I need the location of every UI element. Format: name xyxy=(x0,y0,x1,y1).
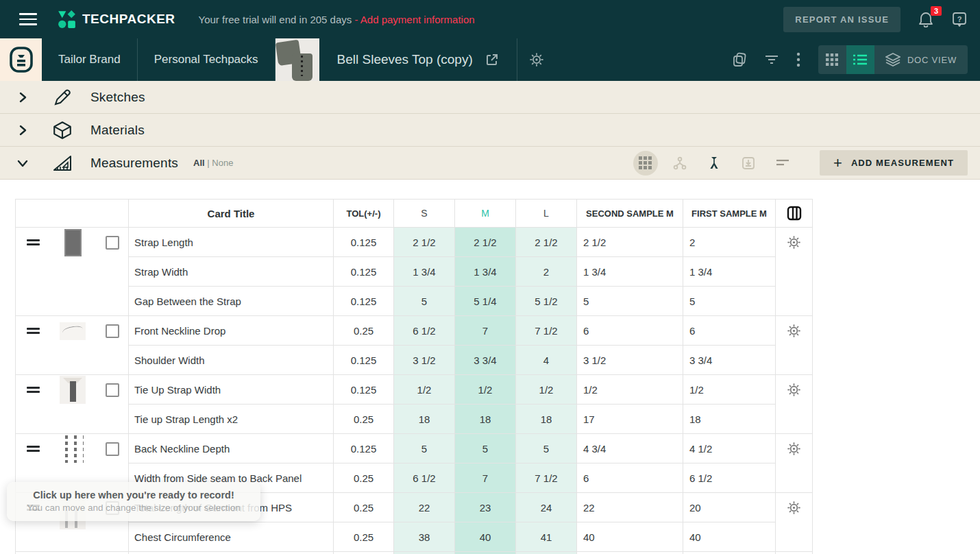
first-sample-cell[interactable]: 18 xyxy=(683,405,776,434)
row-checkbox[interactable] xyxy=(106,383,119,397)
second-sample-cell[interactable]: 17 xyxy=(577,405,683,434)
row-checkbox[interactable] xyxy=(106,236,119,250)
card-settings-cell[interactable] xyxy=(776,552,813,554)
card-settings-cell[interactable] xyxy=(776,316,813,375)
size-s-cell[interactable]: 3 1/2 xyxy=(394,346,455,375)
measurement-title-cell[interactable]: Chest Circumference xyxy=(129,522,334,552)
tolerance-cell[interactable]: 0.25 xyxy=(334,405,394,434)
section-sketches[interactable]: Sketches xyxy=(0,81,980,114)
size-s-cell[interactable] xyxy=(394,552,455,554)
size-s-cell[interactable]: 1 3/4 xyxy=(394,257,455,287)
size-m-cell[interactable]: 7 xyxy=(455,463,516,493)
chevron-down-icon[interactable] xyxy=(12,159,33,167)
measurement-title-cell[interactable]: Strap Width xyxy=(129,257,334,287)
header-size-m[interactable]: M xyxy=(455,200,516,228)
table-view-tool-button[interactable] xyxy=(633,151,658,176)
tolerance-cell[interactable]: 0.25 xyxy=(334,316,394,346)
header-size-s[interactable]: S xyxy=(394,200,455,228)
drag-handle[interactable] xyxy=(27,446,40,452)
tolerance-cell[interactable]: 0.125 xyxy=(334,287,394,316)
size-l-cell[interactable]: 2 1/2 xyxy=(516,228,577,257)
size-l-cell[interactable]: 2 xyxy=(516,257,577,287)
first-sample-cell[interactable]: 1/2 xyxy=(683,375,776,405)
measurement-title-cell[interactable]: Strap Length xyxy=(129,228,334,257)
size-m-cell[interactable]: 5 xyxy=(455,434,516,463)
first-sample-cell[interactable]: 3 3/4 xyxy=(683,346,776,375)
doc-view-button[interactable]: DOC VIEW xyxy=(874,45,968,74)
size-m-cell[interactable]: 1 3/4 xyxy=(455,257,516,287)
header-size-l[interactable]: L xyxy=(516,200,577,228)
sort-tool-button[interactable] xyxy=(770,151,795,176)
second-sample-cell[interactable] xyxy=(577,552,683,554)
import-tool-button[interactable] xyxy=(736,151,761,176)
drag-handle[interactable] xyxy=(27,328,40,334)
second-sample-cell[interactable]: 2 1/2 xyxy=(577,228,683,257)
select-none-link[interactable]: None xyxy=(212,158,233,168)
app-logo[interactable]: TECHPACKER xyxy=(58,10,175,29)
second-sample-cell[interactable]: 22 xyxy=(577,493,683,522)
header-columns-settings[interactable] xyxy=(776,200,813,228)
add-measurement-button[interactable]: + ADD MEASUREMENT xyxy=(820,150,968,176)
tolerance-cell[interactable]: 0.25 xyxy=(334,522,394,552)
measurement-title-cell[interactable]: Tie up Strap Length x2 xyxy=(129,405,334,434)
tolerance-cell[interactable]: 0.25 xyxy=(334,463,394,493)
card-settings-cell[interactable] xyxy=(776,228,813,316)
fit-model-tool-button[interactable] xyxy=(702,151,726,176)
second-sample-cell[interactable]: 6 xyxy=(577,463,683,493)
size-s-cell[interactable]: 6 1/2 xyxy=(394,463,455,493)
techpack-settings-button[interactable] xyxy=(519,38,554,81)
techpacker-home-button[interactable] xyxy=(0,38,42,81)
list-view-button[interactable] xyxy=(846,45,874,74)
techpack-thumbnail[interactable] xyxy=(275,38,319,81)
second-sample-cell[interactable]: 1 3/4 xyxy=(577,257,683,287)
size-l-cell[interactable]: 5 xyxy=(516,434,577,463)
size-s-cell[interactable]: 1/2 xyxy=(394,375,455,405)
breadcrumb-collection[interactable]: Personal Techpacks xyxy=(138,38,275,81)
size-l-cell[interactable]: 4 xyxy=(516,346,577,375)
size-l-cell[interactable]: 1/2 xyxy=(516,375,577,405)
tolerance-cell[interactable] xyxy=(334,552,394,554)
size-s-cell[interactable]: 5 xyxy=(394,287,455,316)
card-thumbnail[interactable] xyxy=(60,435,86,463)
size-s-cell[interactable]: 5 xyxy=(394,434,455,463)
first-sample-cell[interactable]: 6 xyxy=(683,316,776,346)
size-m-cell[interactable]: 18 xyxy=(455,405,516,434)
size-m-cell[interactable]: 40 xyxy=(455,522,516,552)
size-m-cell[interactable]: 7 xyxy=(455,316,516,346)
size-l-cell[interactable]: 5 1/2 xyxy=(516,287,577,316)
external-link-icon[interactable] xyxy=(485,53,499,67)
help-button[interactable]: ? xyxy=(951,11,968,27)
tolerance-cell[interactable]: 0.125 xyxy=(334,346,394,375)
size-m-cell[interactable]: 23 xyxy=(455,493,516,522)
second-sample-cell[interactable]: 4 3/4 xyxy=(577,434,683,463)
tolerance-cell[interactable]: 0.125 xyxy=(334,257,394,287)
report-issue-button[interactable]: REPORT AN ISSUE xyxy=(783,7,901,32)
second-sample-cell[interactable]: 1/2 xyxy=(577,375,683,405)
chevron-right-icon[interactable] xyxy=(12,125,33,136)
breadcrumb-brand[interactable]: Tailor Brand xyxy=(42,38,138,81)
size-m-cell[interactable]: 1/2 xyxy=(455,375,516,405)
measurement-title-cell[interactable]: Tie Up Strap Width xyxy=(129,375,334,405)
first-sample-cell[interactable]: 2 xyxy=(683,228,776,257)
more-options-button[interactable] xyxy=(796,52,800,67)
chevron-right-icon[interactable] xyxy=(12,92,33,103)
tolerance-cell[interactable]: 0.125 xyxy=(334,375,394,405)
size-l-cell[interactable]: 18 xyxy=(516,405,577,434)
measurement-title-cell[interactable] xyxy=(129,552,334,554)
first-sample-cell[interactable]: 1 3/4 xyxy=(683,257,776,287)
size-l-cell[interactable]: 41 xyxy=(516,522,577,552)
card-thumbnail[interactable] xyxy=(60,376,86,404)
size-s-cell[interactable]: 2 1/2 xyxy=(394,228,455,257)
row-checkbox[interactable] xyxy=(106,442,119,456)
grading-tool-button[interactable] xyxy=(667,151,692,176)
card-settings-cell[interactable] xyxy=(776,434,813,493)
size-m-cell[interactable]: 3 3/4 xyxy=(455,346,516,375)
grid-view-button[interactable] xyxy=(818,45,846,74)
first-sample-cell[interactable]: 20 xyxy=(683,493,776,522)
size-m-cell[interactable]: 2 1/2 xyxy=(455,228,516,257)
tolerance-cell[interactable]: 0.125 xyxy=(334,228,394,257)
drag-handle[interactable] xyxy=(27,387,40,393)
drag-handle[interactable] xyxy=(27,239,40,245)
size-m-cell[interactable] xyxy=(455,552,516,554)
size-s-cell[interactable]: 6 1/2 xyxy=(394,316,455,346)
